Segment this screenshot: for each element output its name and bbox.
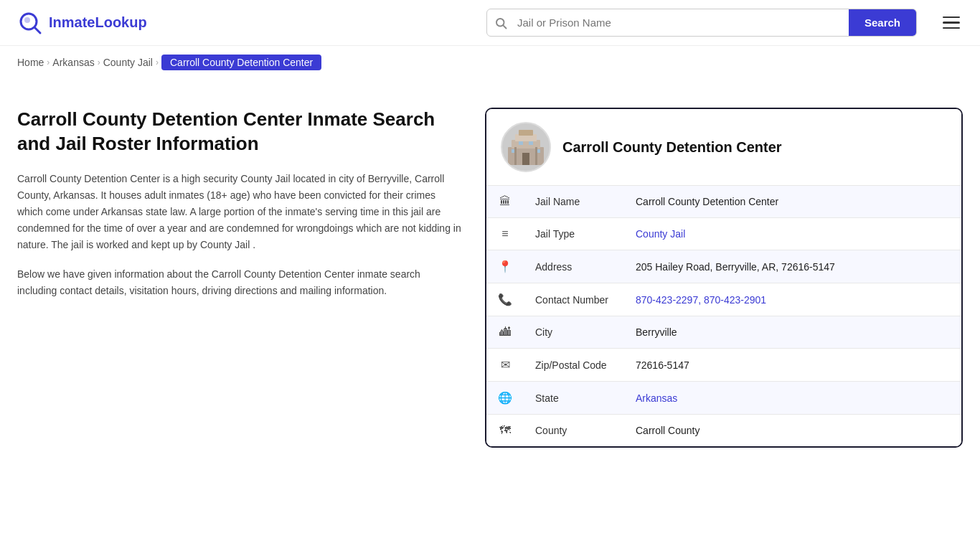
svg-point-2 bbox=[24, 17, 30, 23]
search-bar: Search bbox=[486, 9, 917, 37]
header: InmateLookup Search bbox=[0, 0, 980, 46]
table-row: 📍Address205 Hailey Road, Berryville, AR,… bbox=[486, 250, 961, 283]
info-card-header: Carroll County Detention Center bbox=[486, 109, 961, 185]
info-card: Carroll County Detention Center 🏛Jail Na… bbox=[485, 108, 963, 448]
row-label: City bbox=[524, 316, 624, 349]
description-1: Carroll County Detention Center is a hig… bbox=[17, 171, 462, 253]
svg-line-1 bbox=[34, 27, 40, 33]
row-value: 72616-5147 bbox=[624, 349, 961, 382]
row-icon: ✉ bbox=[486, 349, 524, 382]
table-row: 📞Contact Number870-423-2297, 870-423-290… bbox=[486, 283, 961, 316]
row-label: County bbox=[524, 415, 624, 447]
row-value[interactable]: 870-423-2297, 870-423-2901 bbox=[624, 283, 961, 316]
row-value: 205 Hailey Road, Berryville, AR, 72616-5… bbox=[624, 250, 961, 283]
breadcrumb-chevron-1: › bbox=[47, 57, 50, 67]
svg-rect-8 bbox=[519, 130, 533, 136]
svg-rect-12 bbox=[519, 141, 523, 145]
row-label: State bbox=[524, 382, 624, 415]
svg-rect-15 bbox=[535, 147, 537, 165]
logo[interactable]: InmateLookup bbox=[17, 10, 147, 36]
row-label: Address bbox=[524, 250, 624, 283]
row-link[interactable]: 870-423-2297, 870-423-2901 bbox=[636, 294, 766, 306]
left-panel: Carroll County Detention Center Inmate S… bbox=[17, 108, 462, 312]
hamburger-line-2 bbox=[943, 22, 960, 24]
table-row: 🌐StateArkansas bbox=[486, 382, 961, 415]
table-row: ✉Zip/Postal Code72616-5147 bbox=[486, 349, 961, 382]
row-value: Carroll County Detention Center bbox=[624, 186, 961, 218]
row-value: Berryville bbox=[624, 316, 961, 349]
breadcrumb-county-jail[interactable]: County Jail bbox=[103, 57, 153, 68]
row-label: Zip/Postal Code bbox=[524, 349, 624, 382]
row-icon: 🌐 bbox=[486, 382, 524, 415]
table-row: 🏛Jail NameCarroll County Detention Cente… bbox=[486, 186, 961, 218]
row-label: Jail Name bbox=[524, 186, 624, 218]
row-icon: 🏙 bbox=[486, 316, 524, 349]
row-icon: ≡ bbox=[486, 218, 524, 250]
row-value: Carroll County bbox=[624, 415, 961, 447]
svg-rect-13 bbox=[529, 141, 533, 145]
right-panel: Carroll County Detention Center 🏛Jail Na… bbox=[485, 108, 963, 448]
info-card-title: Carroll County Detention Center bbox=[562, 139, 782, 156]
hamburger-menu[interactable] bbox=[940, 14, 963, 32]
svg-line-4 bbox=[503, 25, 506, 28]
row-link[interactable]: Arkansas bbox=[636, 392, 677, 404]
table-row: 🗺CountyCarroll County bbox=[486, 415, 961, 447]
info-table: 🏛Jail NameCarroll County Detention Cente… bbox=[486, 185, 961, 446]
row-icon: 📍 bbox=[486, 250, 524, 283]
description-2: Below we have given information about th… bbox=[17, 266, 462, 299]
main-content: Carroll County Detention Center Inmate S… bbox=[0, 79, 980, 465]
jail-building-icon bbox=[504, 126, 547, 169]
row-icon: 📞 bbox=[486, 283, 524, 316]
search-input[interactable] bbox=[514, 9, 849, 36]
svg-rect-14 bbox=[514, 147, 517, 165]
hamburger-line-3 bbox=[943, 27, 960, 29]
page-title: Carroll County Detention Center Inmate S… bbox=[17, 108, 462, 156]
row-label: Contact Number bbox=[524, 283, 624, 316]
row-icon: 🗺 bbox=[486, 415, 524, 447]
row-value[interactable]: Arkansas bbox=[624, 382, 961, 415]
logo-icon bbox=[17, 10, 43, 36]
row-link[interactable]: County Jail bbox=[636, 228, 685, 240]
hamburger-line-1 bbox=[943, 17, 960, 19]
svg-rect-9 bbox=[522, 153, 529, 165]
table-row: 🏙CityBerryville bbox=[486, 316, 961, 349]
breadcrumb-home[interactable]: Home bbox=[17, 57, 44, 68]
search-icon bbox=[487, 17, 514, 29]
breadcrumb-chevron-3: › bbox=[156, 57, 159, 67]
jail-avatar bbox=[501, 122, 551, 172]
breadcrumb-arkansas[interactable]: Arkansas bbox=[52, 57, 94, 68]
breadcrumb: Home › Arkansas › County Jail › Carroll … bbox=[0, 46, 980, 79]
row-icon: 🏛 bbox=[486, 186, 524, 218]
breadcrumb-active: Carroll County Detention Center bbox=[161, 55, 321, 70]
row-value[interactable]: County Jail bbox=[624, 218, 961, 250]
table-row: ≡Jail TypeCounty Jail bbox=[486, 218, 961, 250]
logo-text: InmateLookup bbox=[49, 14, 147, 31]
breadcrumb-chevron-2: › bbox=[98, 57, 100, 67]
search-button[interactable]: Search bbox=[849, 9, 916, 36]
row-label: Jail Type bbox=[524, 218, 624, 250]
